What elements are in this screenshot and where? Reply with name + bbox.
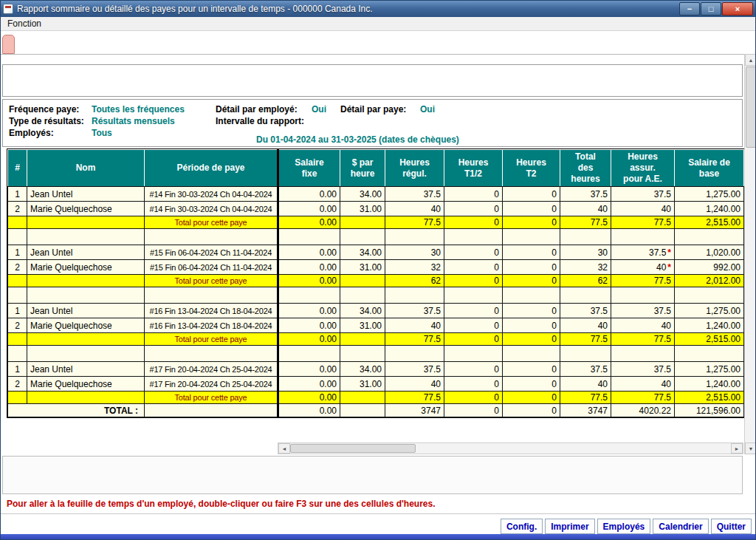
cell-t2[interactable]: 0 xyxy=(503,245,560,260)
scroll-right-button[interactable]: ► xyxy=(731,443,743,454)
col-header-assur: Heures assur. pour A.E. xyxy=(611,150,675,187)
cell-name: Jean Untel xyxy=(27,362,145,377)
employee-row: 2Marie Quelquechose#14 Fin 30-03-2024 Ch… xyxy=(8,202,744,216)
result-type-value: Résultats mensuels xyxy=(92,116,175,126)
cell-num: 1 xyxy=(8,304,27,318)
close-button[interactable]: × xyxy=(722,2,753,16)
employes-button[interactable]: Employés xyxy=(597,519,651,534)
cell-t12 xyxy=(444,287,503,304)
maximize-button[interactable]: □ xyxy=(701,2,721,16)
cell-name xyxy=(27,216,145,229)
cell-reg[interactable]: 40 xyxy=(385,318,444,333)
cell-base xyxy=(675,287,744,304)
scroll-up-button[interactable]: ▲ xyxy=(745,54,756,66)
cell-reg[interactable]: 37.5 xyxy=(385,304,444,318)
cell-total[interactable]: 37.5 xyxy=(560,304,611,318)
cell-total[interactable]: 32 xyxy=(560,260,611,275)
bottom-status-strip xyxy=(1,534,755,540)
spacer-row xyxy=(8,287,744,304)
cell-t2: 0 xyxy=(503,216,560,229)
side-tab[interactable] xyxy=(2,35,15,54)
cell-reg[interactable]: 37.5 xyxy=(385,187,444,202)
cell-assur: 77.5 xyxy=(611,216,675,229)
pay-total-row: Total pour cette paye0.0077.50077.577.52… xyxy=(8,392,744,404)
cell-t12[interactable]: 0 xyxy=(444,362,503,377)
cell-fixed: 0.00 xyxy=(278,275,340,287)
header-row: #NomPériode de payeSalaire fixe$ par heu… xyxy=(8,150,744,187)
cell-reg[interactable]: 37.5 xyxy=(385,362,444,377)
cell-assur[interactable]: 40 xyxy=(611,377,675,392)
cell-t2[interactable]: 0 xyxy=(503,187,560,202)
quitter-button[interactable]: Quitter xyxy=(711,519,752,534)
cell-t2[interactable]: 0 xyxy=(503,304,560,318)
cell-total[interactable]: 37.5 xyxy=(560,362,611,377)
imprimer-button[interactable]: Imprimer xyxy=(545,519,594,534)
cell-rate: 31.00 xyxy=(340,202,385,216)
cell-fixed xyxy=(278,287,340,304)
cell-assur[interactable]: 37.5* xyxy=(611,245,675,260)
scroll-left-button[interactable]: ◄ xyxy=(278,443,290,454)
cell-t12[interactable]: 0 xyxy=(444,202,503,216)
cell-fixed: 0.00 xyxy=(278,304,340,318)
cell-t2[interactable]: 0 xyxy=(503,318,560,333)
cell-assur[interactable]: 40 xyxy=(611,318,675,333)
cell-base: 2,012.00 xyxy=(675,275,744,287)
cell-reg[interactable]: 32 xyxy=(385,260,444,275)
cell-total: 77.5 xyxy=(560,216,611,229)
horizontal-scroll-thumb[interactable] xyxy=(290,444,416,453)
cell-assur: 4020.22 xyxy=(611,404,675,417)
cell-t2[interactable]: 0 xyxy=(503,362,560,377)
minimize-button[interactable]: − xyxy=(679,2,700,16)
col-header-rate: $ par heure xyxy=(340,150,385,187)
employee-row: 2Marie Quelquechose#16 Fin 13-04-2024 Ch… xyxy=(8,318,744,333)
lower-panel xyxy=(2,456,743,494)
cell-total[interactable]: 40 xyxy=(560,377,611,392)
detail-pay-value: Oui xyxy=(420,104,435,115)
horizontal-scrollbar[interactable]: ◄ ► xyxy=(278,442,743,454)
employee-row: 1Jean Untel#14 Fin 30-03-2024 Ch 04-04-2… xyxy=(8,187,744,202)
cell-total[interactable]: 40 xyxy=(560,202,611,216)
cell-total[interactable]: 40 xyxy=(560,318,611,333)
cell-assur[interactable]: 37.5 xyxy=(611,187,675,202)
cell-name: Marie Quelquechose xyxy=(27,202,145,216)
col-header-period: Période de paye xyxy=(145,150,278,187)
cell-total[interactable]: 37.5 xyxy=(560,187,611,202)
hint-message: Pour aller à la feuille de temps d'un em… xyxy=(7,499,436,509)
cell-reg[interactable]: 30 xyxy=(385,245,444,260)
cell-rate xyxy=(340,287,385,304)
cell-name xyxy=(27,229,145,245)
cell-assur[interactable]: 40* xyxy=(611,260,675,275)
cell-period xyxy=(145,287,278,304)
cell-t12[interactable]: 0 xyxy=(444,318,503,333)
warning-asterisk-icon: * xyxy=(667,262,671,273)
config-button[interactable]: Config. xyxy=(501,519,543,534)
cell-t2[interactable]: 0 xyxy=(503,202,560,216)
cell-rate: 34.00 xyxy=(340,245,385,260)
cell-t12[interactable]: 0 xyxy=(444,304,503,318)
cell-t12[interactable]: 0 xyxy=(444,245,503,260)
cell-t12[interactable]: 0 xyxy=(444,377,503,392)
cell-num xyxy=(8,216,27,229)
cell-t12[interactable]: 0 xyxy=(444,187,503,202)
cell-t12[interactable]: 0 xyxy=(444,260,503,275)
cell-t2[interactable]: 0 xyxy=(503,260,560,275)
cell-base: 1,275.00 xyxy=(675,362,744,377)
vertical-scrollbar[interactable]: ▲ ▼ xyxy=(744,54,756,454)
cell-reg[interactable]: 40 xyxy=(385,202,444,216)
cell-reg[interactable]: 40 xyxy=(385,377,444,392)
cell-t2[interactable]: 0 xyxy=(503,377,560,392)
cell-assur[interactable]: 37.5 xyxy=(611,304,675,318)
calendrier-button[interactable]: Calendrier xyxy=(653,519,708,534)
scroll-down-button[interactable]: ▼ xyxy=(745,442,756,454)
vertical-scroll-thumb[interactable] xyxy=(746,66,756,148)
cell-fixed: 0.00 xyxy=(278,202,340,216)
menu-fonction[interactable]: Fonction xyxy=(1,17,48,30)
cell-total[interactable]: 30 xyxy=(560,245,611,260)
cell-assur: 77.5 xyxy=(611,392,675,404)
cell-assur[interactable]: 40 xyxy=(611,202,675,216)
window-controls: − □ × xyxy=(679,2,753,16)
cell-rate xyxy=(340,404,385,417)
frequency-label: Fréquence paye: xyxy=(9,104,79,115)
cell-assur[interactable]: 37.5 xyxy=(611,362,675,377)
close-icon: × xyxy=(735,5,740,13)
